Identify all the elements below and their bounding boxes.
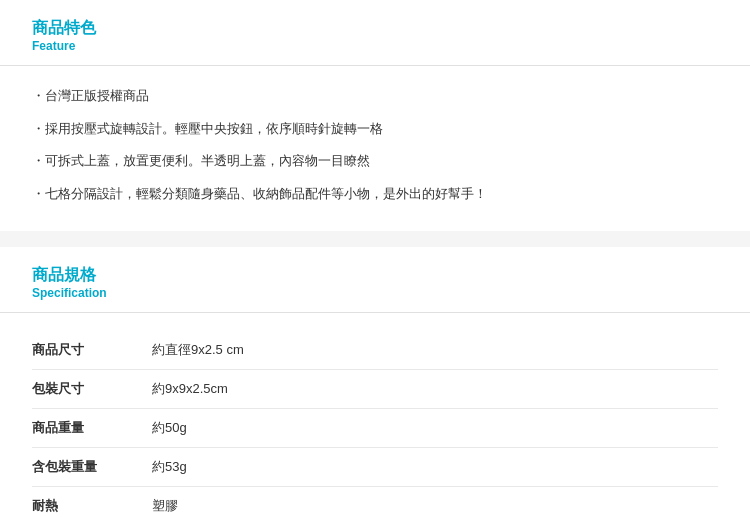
spec-value-4: 塑膠 xyxy=(152,486,718,517)
features-title-en: Feature xyxy=(32,39,718,53)
spec-value-3: 約53g xyxy=(152,447,718,486)
spec-value-2: 約50g xyxy=(152,408,718,447)
features-header: 商品特色 Feature xyxy=(0,0,750,66)
spec-row-3: 含包裝重量約53g xyxy=(32,447,718,486)
page-wrapper: 商品特色 Feature ・台灣正版授權商品 ・採用按壓式旋轉設計。輕壓中央按鈕… xyxy=(0,0,750,517)
spec-label-1: 包裝尺寸 xyxy=(32,369,152,408)
spec-label-2: 商品重量 xyxy=(32,408,152,447)
feature-item-4: ・七格分隔設計，輕鬆分類隨身藥品、收納飾品配件等小物，是外出的好幫手！ xyxy=(32,178,718,211)
specification-title-zh: 商品規格 xyxy=(32,265,718,286)
spec-label-3: 含包裝重量 xyxy=(32,447,152,486)
spec-label-0: 商品尺寸 xyxy=(32,331,152,370)
spec-table: 商品尺寸約直徑9x2.5 cm包裝尺寸約9x9x2.5cm商品重量約50g含包裝… xyxy=(32,331,718,517)
gap-divider xyxy=(0,239,750,247)
feature-item-2: ・採用按壓式旋轉設計。輕壓中央按鈕，依序順時針旋轉一格 xyxy=(32,113,718,146)
spec-row-2: 商品重量約50g xyxy=(32,408,718,447)
features-title-zh: 商品特色 xyxy=(32,18,718,39)
features-body: ・台灣正版授權商品 ・採用按壓式旋轉設計。輕壓中央按鈕，依序順時針旋轉一格 ・可… xyxy=(0,66,750,231)
spec-row-4: 耐熱塑膠 xyxy=(32,486,718,517)
feature-item-3: ・可拆式上蓋，放置更便利。半透明上蓋，內容物一目瞭然 xyxy=(32,145,718,178)
spec-value-0: 約直徑9x2.5 cm xyxy=(152,331,718,370)
specification-header: 商品規格 Specification xyxy=(0,247,750,313)
feature-item-1: ・台灣正版授權商品 xyxy=(32,80,718,113)
specification-body: 商品尺寸約直徑9x2.5 cm包裝尺寸約9x9x2.5cm商品重量約50g含包裝… xyxy=(0,313,750,517)
features-section: 商品特色 Feature ・台灣正版授權商品 ・採用按壓式旋轉設計。輕壓中央按鈕… xyxy=(0,0,750,231)
specification-section: 商品規格 Specification 商品尺寸約直徑9x2.5 cm包裝尺寸約9… xyxy=(0,247,750,517)
spec-row-0: 商品尺寸約直徑9x2.5 cm xyxy=(32,331,718,370)
specification-title-en: Specification xyxy=(32,286,718,300)
spec-row-1: 包裝尺寸約9x9x2.5cm xyxy=(32,369,718,408)
spec-label-4: 耐熱 xyxy=(32,486,152,517)
spec-value-1: 約9x9x2.5cm xyxy=(152,369,718,408)
